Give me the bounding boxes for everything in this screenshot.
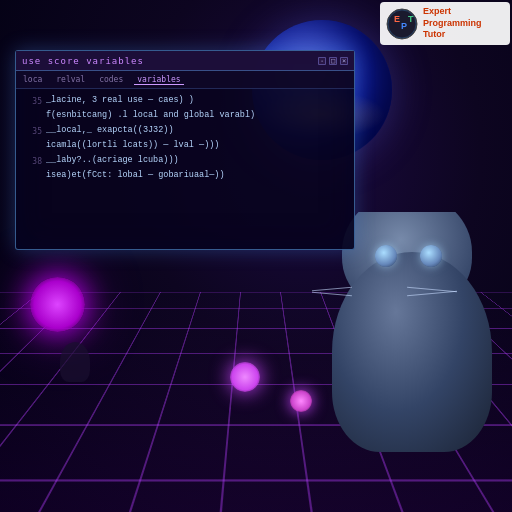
terminal-titlebar: use score variables - □ ×: [16, 51, 354, 71]
code-line-3: icamla((lortli lcats)) — lval —))): [24, 140, 346, 152]
code-line-2: 35__local,_ exapcta((3J32)): [24, 125, 346, 137]
code-line-1: f(esnbitcang) .l local and global varabl…: [24, 110, 346, 122]
terminal-close-button[interactable]: ×: [340, 57, 348, 65]
orb-mid: [230, 362, 260, 392]
line-code-5: isea)et(fCct: lobal — gobariuaal—)): [46, 170, 225, 182]
tab-variables[interactable]: variables: [134, 75, 183, 85]
code-line-0: 35_lacine, 3 real use — caes) ): [24, 95, 346, 107]
brand-line2: Programming: [423, 18, 482, 28]
terminal-title: use score variables: [22, 56, 144, 66]
brand-line1: Expert: [423, 6, 451, 16]
line-number-0: 35: [24, 95, 42, 107]
code-line-4: 38__laby?..(acriage lcuba))): [24, 155, 346, 167]
line-code-4: __laby?..(acriage lcuba))): [46, 155, 179, 167]
line-code-2: __local,_ exapcta((3J32)): [46, 125, 174, 137]
line-number-1: [24, 110, 42, 111]
orb-left: [30, 277, 85, 332]
terminal-content: 35_lacine, 3 real use — caes) )f(esnbitc…: [16, 89, 354, 249]
line-number-3: [24, 140, 42, 141]
line-code-3: icamla((lortli lcats)) — lval —))): [46, 140, 219, 152]
code-line-5: isea)et(fCct: lobal — gobariuaal—)): [24, 170, 346, 182]
line-number-4: 38: [24, 155, 42, 167]
line-number-5: [24, 170, 42, 171]
svg-text:P: P: [401, 21, 407, 31]
background-cat: [60, 342, 90, 382]
terminal-tabs: loca relval codes variables: [16, 71, 354, 89]
line-number-2: 35: [24, 125, 42, 137]
terminal-controls: - □ ×: [318, 57, 348, 65]
terminal-window: use score variables - □ × loca relval co…: [15, 50, 355, 250]
cat-eye-left: [375, 245, 397, 267]
tab-relval[interactable]: relval: [53, 75, 88, 84]
brand-name: Expert Programming Tutor: [423, 6, 482, 41]
svg-text:E: E: [394, 14, 400, 24]
cat-body: [332, 252, 492, 452]
cat-eye-right: [420, 245, 442, 267]
tab-codes[interactable]: codes: [96, 75, 126, 84]
orb-right: [290, 390, 312, 412]
line-code-1: f(esnbitcang) .l local and global varabl…: [46, 110, 255, 122]
brand-logo-icon: E P T: [386, 8, 418, 40]
terminal-maximize-button[interactable]: □: [329, 57, 337, 65]
tab-loca[interactable]: loca: [20, 75, 45, 84]
line-code-0: _lacine, 3 real use — caes) ): [46, 95, 194, 107]
terminal-minimize-button[interactable]: -: [318, 57, 326, 65]
brand-line3: Tutor: [423, 29, 445, 39]
brand-logo-container: E P T Expert Programming Tutor: [380, 2, 510, 45]
